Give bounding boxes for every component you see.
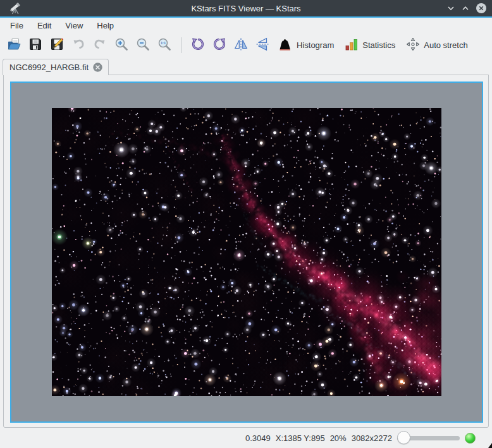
zoom-out-icon (135, 37, 151, 54)
rotate-cw-button[interactable] (211, 36, 228, 54)
pixel-value: 0.3049 (245, 433, 271, 443)
image-resolution: 3082x2272 (352, 433, 392, 443)
undo-button[interactable] (70, 36, 87, 54)
zoom-original-button[interactable]: 1:1 (156, 36, 173, 54)
svg-text:1:1: 1:1 (161, 41, 166, 45)
cursor-position: X:1385 Y:895 (276, 433, 325, 443)
tab-pane (3, 75, 489, 428)
flip-horizontal-button[interactable] (232, 36, 250, 54)
zoom-slider[interactable] (397, 431, 460, 445)
statistics-button[interactable]: Statistics (341, 36, 398, 54)
window-title: KStars FITS Viewer — KStars (0, 4, 492, 13)
maximize-button[interactable] (461, 4, 470, 13)
statistics-label: Statistics (362, 40, 395, 50)
save-button[interactable] (27, 36, 44, 54)
menu-edit[interactable]: Edit (32, 20, 56, 32)
image-scroll-area (10, 82, 483, 423)
save-as-button[interactable] (48, 36, 66, 54)
menubar: File Edit View Help (0, 18, 492, 33)
flip-vertical-button[interactable] (254, 36, 271, 54)
zoom-level: 20% (330, 433, 347, 443)
tab-ngc6992-hargb[interactable]: NGC6992_HARGB.fit (3, 59, 109, 75)
undo-arrow-icon (71, 37, 86, 54)
flip-horizontal-icon (233, 37, 249, 54)
tabbar: NGC6992_HARGB.fit (0, 57, 492, 75)
status-led (465, 433, 476, 444)
toolbar: 1:1 (0, 33, 492, 57)
histogram-button[interactable]: Histogram (275, 36, 337, 54)
statusbar: 0.3049 X:1385 Y:895 20% 3082x2272 (0, 428, 492, 448)
tab-label: NGC6992_HARGB.fit (9, 63, 89, 72)
zoom-in-button[interactable] (113, 36, 130, 54)
redo-button[interactable] (91, 36, 109, 54)
mouse-cursor (488, 443, 492, 448)
floppy-save-icon (28, 37, 43, 54)
menu-help[interactable]: Help (92, 20, 119, 32)
menu-file[interactable]: File (5, 20, 28, 32)
tab-close-button[interactable] (93, 63, 102, 72)
kstars-fits-viewer-window: KStars FITS Viewer — KStars File Edit Vi… (0, 0, 492, 448)
redo-arrow-icon (92, 37, 108, 54)
minimize-button[interactable] (446, 4, 455, 13)
auto-stretch-label: Auto stretch (424, 40, 467, 50)
auto-stretch-button[interactable]: Auto stretch (402, 36, 470, 54)
titlebar[interactable]: KStars FITS Viewer — KStars (0, 0, 492, 16)
floppy-save-as-pencil-icon (49, 37, 65, 54)
toolbar-separator (181, 37, 181, 53)
histogram-icon (278, 37, 293, 54)
zoom-1-1-icon: 1:1 (157, 37, 172, 54)
rotate-counterclockwise-icon (190, 37, 206, 54)
zoom-slider-handle[interactable] (397, 431, 410, 444)
flip-vertical-icon (255, 37, 270, 54)
zoom-in-icon (114, 37, 129, 54)
menu-view[interactable]: View (60, 20, 88, 32)
folder-open-icon (6, 37, 22, 54)
rotate-ccw-button[interactable] (189, 36, 207, 54)
rotate-clockwise-icon (212, 37, 227, 54)
open-file-button[interactable] (5, 36, 23, 54)
fits-image[interactable] (52, 108, 441, 396)
kstars-telescope-icon (9, 1, 24, 17)
histogram-label: Histogram (297, 40, 334, 50)
zoom-out-button[interactable] (134, 36, 152, 54)
statistics-bars-icon (344, 37, 359, 54)
auto-stretch-arrows-icon (405, 37, 421, 54)
close-button[interactable] (476, 3, 487, 14)
